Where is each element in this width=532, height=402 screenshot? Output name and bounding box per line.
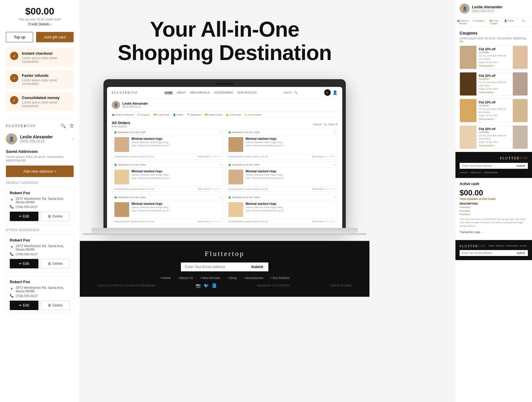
cash-row-1: Promotion bbox=[460, 206, 528, 209]
screen-nav-accessories[interactable]: ACCESSORIES bbox=[214, 91, 233, 94]
twitter-icon[interactable]: 🐦 bbox=[204, 283, 209, 288]
delete-address-button[interactable]: 🗑 Delete bbox=[41, 212, 70, 221]
coupon-img-4 bbox=[460, 126, 476, 149]
order-img-1 bbox=[114, 137, 129, 152]
order-window-2: Exchange/Return window closed on 15 Jun bbox=[228, 155, 268, 158]
feature-faster-refunds: ✓ Faster refunds Lorem ipsum dolor amet … bbox=[6, 70, 74, 89]
transaction-log-link[interactable]: Transaction Logs → bbox=[460, 231, 528, 234]
add-new-address-button[interactable]: Add new address + bbox=[6, 166, 74, 177]
dark-nav-about[interactable]: • About Us bbox=[470, 171, 481, 174]
active-cash-section: Active cash $00.00 Total Available UI Ki… bbox=[455, 178, 532, 237]
coupon-right-img-1 bbox=[513, 46, 528, 69]
terms-link[interactable]: TERMS OF USES bbox=[330, 284, 352, 287]
avatar: 👤 bbox=[6, 133, 17, 145]
delete-address-button-2[interactable]: 🗑 Delete bbox=[41, 259, 70, 268]
dark2-nav-articles[interactable]: Our Art... bbox=[520, 245, 528, 247]
credit-amount: $00.00 bbox=[6, 6, 74, 17]
search-icon[interactable]: 🔍 bbox=[61, 123, 66, 129]
facebook-icon[interactable]: 📘 bbox=[212, 283, 217, 288]
dark2-nav-new-arrivals[interactable]: New Arrivals bbox=[506, 245, 518, 247]
screen-nav: HOME ABOUT NEW ARRIVALS ACCESSORIES OUR … bbox=[165, 91, 257, 94]
footer-nav-shop[interactable]: • Shop bbox=[227, 276, 237, 280]
screen-tab-addresses[interactable]: 📍 Addresses bbox=[187, 114, 202, 116]
order-status-2: Delivered on 10 Jun, 2024 bbox=[232, 131, 259, 134]
right-tab-profile[interactable]: 👤 Profile bbox=[502, 17, 517, 27]
right-user-row: 👤 Leslie Alexander (603) 555-0123 bbox=[455, 0, 532, 17]
footer-nav-articles[interactable]: • Our Articles bbox=[270, 276, 289, 280]
delivered-dot-5 bbox=[114, 196, 117, 199]
screen-tabs: 📦 Orders & Returns 🏷 Coupons 💳 UI kit Cr… bbox=[107, 112, 342, 118]
screen-tab-cards[interactable]: 💳 Saved Cards bbox=[205, 114, 222, 116]
right-dark-2-submit-button[interactable]: Submit bbox=[514, 250, 528, 256]
screen-orders-sub: from anytime bbox=[112, 125, 130, 128]
top-up-button[interactable]: Top up bbox=[6, 32, 33, 42]
coupon-code-1: #123456× bbox=[479, 51, 510, 54]
coupon-view-3[interactable]: View products → bbox=[479, 118, 510, 120]
feature-desc-2: Lorem ipsum dolor amet consectetur bbox=[22, 78, 69, 85]
stars-5: ★★★★★ bbox=[210, 220, 221, 223]
add-gift-card-button[interactable]: Add gift card bbox=[36, 32, 74, 42]
filter-button[interactable]: Filter ⚙ bbox=[329, 123, 338, 126]
left-user-row[interactable]: 👤 Leslie Alexander (603) 555-0123 › bbox=[6, 133, 74, 145]
laptop-screen: FLUTTERTOP HOME ABOUT NEW ARRIVALS ACCES… bbox=[107, 87, 342, 228]
orders-search-icon: 🔍 bbox=[324, 123, 327, 126]
cash-row-label-3: Promotion bbox=[460, 213, 470, 216]
dark2-nav-home[interactable]: Home bbox=[489, 245, 494, 247]
edit-address-button[interactable]: ✏ Edit bbox=[10, 212, 38, 221]
default-address-card: Robert Fox 📍 2972 Westheimer Rd. Santa A… bbox=[6, 187, 74, 225]
right-dark-submit-button[interactable]: Submit bbox=[514, 163, 528, 169]
footer-nav-accessories[interactable]: • Accessories bbox=[244, 276, 264, 280]
screen-nav-home[interactable]: HOME bbox=[165, 91, 173, 94]
footer-logo: Fluttertop bbox=[98, 250, 352, 258]
order-detail-2: Classic Stainless Steel Finger Ring bbox=[246, 141, 284, 144]
dark2-nav-about[interactable]: About Us bbox=[496, 245, 505, 247]
order-img-6 bbox=[228, 202, 243, 217]
order-status-1: Delivered on 10 Jun, 2024 bbox=[118, 131, 145, 134]
screen-tab-credit[interactable]: 💳 UI kit Credit bbox=[153, 114, 169, 116]
rate-label-6: Rate Product bbox=[312, 221, 324, 223]
right-dark-email-input[interactable] bbox=[460, 163, 514, 169]
instagram-icon[interactable]: 📷 bbox=[196, 283, 201, 288]
coupon-view-1[interactable]: View products → bbox=[479, 64, 510, 67]
footer-nav-home[interactable]: • Home bbox=[160, 276, 171, 280]
delete-address-button-3[interactable]: 🗑 Delete bbox=[41, 301, 70, 310]
screen-tab-profile[interactable]: 👤 Profile bbox=[173, 114, 183, 116]
rate-label-4: Rate Product bbox=[312, 188, 324, 190]
screen-avatar: 👤 bbox=[112, 101, 120, 109]
coupon-expiry-1: Expiry: 13 Jun, 2024 bbox=[479, 61, 510, 63]
screen-nav-new-arrivals[interactable]: NEW ARRIVALS bbox=[190, 91, 210, 94]
coupon-view-2[interactable]: View products → bbox=[479, 91, 510, 94]
cash-desc-title: DESCRIPTION bbox=[460, 202, 528, 205]
right-tab-credit[interactable]: 💳 UI kit Credits bbox=[486, 17, 502, 27]
address-name: Robert Fox bbox=[10, 191, 70, 195]
edit-address-button-3[interactable]: ✏ Edit bbox=[10, 301, 38, 310]
profile-icon[interactable]: 👤 bbox=[332, 90, 338, 95]
screen-nav-about[interactable]: ABOUT bbox=[177, 91, 186, 94]
rate-label-3: Rate Product bbox=[198, 188, 210, 190]
right-tab-more[interactable]: Ad... bbox=[517, 17, 532, 27]
cart-icon[interactable]: 🛒 bbox=[324, 89, 331, 96]
right-dark-2-email-input[interactable] bbox=[460, 250, 514, 256]
coupon-img-1 bbox=[460, 46, 476, 69]
screen-tab-orders[interactable]: 📦 Orders & Returns bbox=[112, 114, 134, 116]
dark-nav-new-arrivals[interactable]: • New Arrivals bbox=[483, 171, 498, 174]
order-detail-1: Classic Stainless Steel Finger Ring bbox=[132, 141, 170, 144]
order-detail-3: Classic Stainless Steel Finger Ring bbox=[132, 174, 170, 176]
footer-nav-new-arrivals[interactable]: • New Arrivals bbox=[200, 276, 220, 280]
screen-tab-cash[interactable]: 💰 UI kit Cash bbox=[226, 114, 241, 116]
stars-3: ★★★★★ bbox=[210, 188, 221, 190]
order-detail-4: Classic Stainless Steel Finger Ring bbox=[246, 174, 284, 176]
footer-email-input[interactable] bbox=[181, 262, 246, 271]
footer-nav-about[interactable]: • About Us bbox=[178, 276, 193, 280]
edit-address-button-2[interactable]: ✏ Edit bbox=[10, 259, 38, 268]
footer-submit-button[interactable]: Submit bbox=[246, 262, 269, 271]
screen-nav-articles[interactable]: OUR ARTICLES bbox=[237, 91, 257, 94]
dark-nav-home[interactable]: • Home bbox=[460, 171, 467, 174]
menu-icon[interactable]: ☰ bbox=[70, 123, 74, 129]
credit-details-link[interactable]: Credit Details › bbox=[28, 22, 51, 26]
right-tab-orders[interactable]: 📦 Orders & Returns bbox=[455, 17, 471, 27]
screen-tab-coupons[interactable]: 🏷 Coupons bbox=[137, 114, 150, 116]
screen-tab-insider[interactable]: ⭐ UI kit Insider bbox=[244, 114, 261, 116]
right-tab-coupons[interactable]: 🏷 Coupons bbox=[471, 17, 486, 27]
coupon-view-4[interactable]: View products → bbox=[479, 144, 510, 147]
